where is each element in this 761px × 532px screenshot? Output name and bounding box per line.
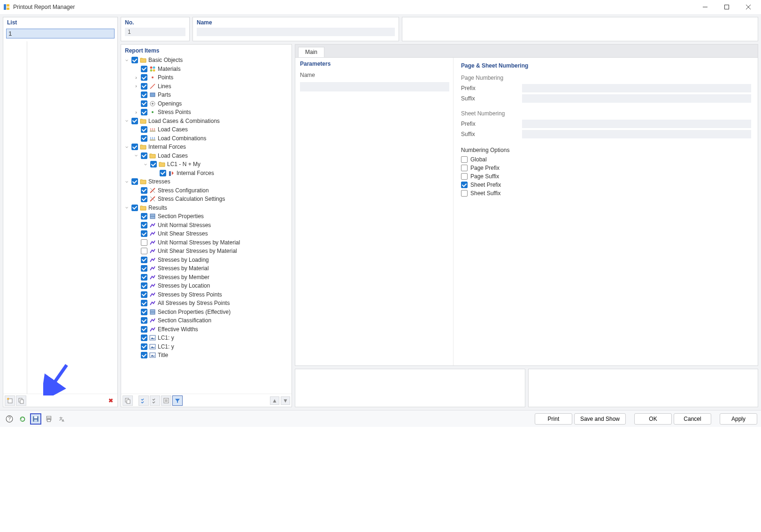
tree-row[interactable]: Parts [124,91,289,99]
expand-toggle[interactable] [133,309,139,315]
expand-toggle[interactable] [133,257,139,263]
expand-toggle[interactable] [133,136,139,141]
filter-button[interactable] [172,395,183,406]
expand-toggle[interactable] [133,344,139,350]
tree-row[interactable]: ⌵Load Cases & Combinations [124,117,289,126]
print-button[interactable]: Print [535,413,572,425]
list-toggle-button[interactable] [161,395,171,406]
expand-toggle[interactable] [133,352,139,358]
tree-checkbox[interactable] [141,343,147,350]
expand-toggle[interactable]: ⌵ [143,160,148,166]
tree-checkbox[interactable] [131,205,138,211]
expand-toggle[interactable]: › [133,84,139,89]
expand-toggle[interactable] [133,283,139,289]
expand-toggle[interactable] [133,213,139,219]
tree-row[interactable]: Effective Widths [124,325,289,334]
page-prefix-input[interactable] [522,84,751,92]
tree-row[interactable]: Section Properties (Effective) [124,308,289,317]
tab-main[interactable]: Main [298,47,324,57]
new-button[interactable] [5,395,15,406]
new-item-button[interactable] [123,395,133,406]
tree-checkbox[interactable] [141,74,147,81]
tree-checkbox[interactable] [141,309,147,315]
tree-checkbox[interactable] [141,91,147,98]
tree-checkbox[interactable] [141,300,147,306]
expand-toggle[interactable] [133,318,139,323]
tree-checkbox[interactable] [141,196,147,202]
tree-checkbox[interactable] [141,334,147,341]
tree-checkbox[interactable] [150,161,157,167]
tree-checkbox[interactable] [141,352,147,358]
tree-checkbox[interactable] [141,274,147,281]
tree-row[interactable]: ⌵Results [124,204,289,213]
expand-toggle[interactable]: ⌵ [124,56,130,62]
no-field[interactable] [125,28,185,36]
tree-checkbox[interactable] [141,317,147,324]
tree-checkbox[interactable] [141,326,147,333]
expand-toggle[interactable] [133,231,139,236]
tree-row[interactable]: Stress Configuration [124,186,289,195]
tree-row[interactable]: ›Lines [124,82,289,91]
tree-row[interactable]: Title [124,351,289,360]
tree-row[interactable]: Unit Normal Stresses by Material [124,238,289,247]
expand-toggle[interactable] [133,127,139,132]
tree-checkbox[interactable] [141,265,147,272]
expand-toggle[interactable] [133,266,139,271]
expand-toggle[interactable]: ⌵ [124,204,130,210]
tree-row[interactable]: Stress Calculation Settings [124,195,289,204]
expand-toggle[interactable] [133,335,139,341]
tree-row[interactable]: Section Properties [124,212,289,221]
tree-row[interactable]: Stresses by Stress Points [124,290,289,299]
tree-row[interactable]: Load Combinations [124,134,289,143]
minimize-button[interactable] [694,0,716,14]
tree-checkbox[interactable] [141,248,147,254]
tree-row[interactable]: ›Points [124,73,289,82]
expand-toggle[interactable] [133,196,139,202]
close-button[interactable] [738,0,759,14]
tree-checkbox[interactable] [141,257,147,263]
cancel-button[interactable]: Cancel [674,413,711,425]
tree-checkbox[interactable] [141,109,147,115]
tree-checkbox[interactable] [141,187,147,194]
tree-checkbox[interactable] [141,239,147,246]
tree-checkbox[interactable] [141,222,147,228]
expand-toggle[interactable] [133,240,139,245]
expand-toggle[interactable]: ⌵ [124,143,130,149]
tree-row[interactable]: Materials [124,65,289,74]
tree-row[interactable]: ⌵Basic Objects [124,56,289,65]
apply-button[interactable]: Apply [720,413,757,425]
tree-row[interactable]: ›Stress Points [124,108,289,117]
sheet-suffix-checkbox[interactable] [461,190,468,197]
tree-checkbox[interactable] [141,213,147,220]
tree-row[interactable]: Stresses by Member [124,273,289,282]
tree-checkbox[interactable] [141,126,147,133]
sheet-prefix-checkbox[interactable] [461,182,468,188]
sheet-suffix-input[interactable] [522,130,751,138]
tree-row[interactable]: LC1: y [124,342,289,351]
tree-row[interactable]: Stresses by Loading [124,256,289,265]
expand-toggle[interactable] [133,92,139,98]
print-setup-button[interactable] [43,413,54,425]
tree-checkbox[interactable] [141,152,147,159]
save-template-button[interactable] [30,413,41,425]
tree-row[interactable]: All Stresses by Stress Points [124,299,289,308]
expand-toggle[interactable] [133,292,139,297]
check-all-button[interactable] [138,395,149,406]
ok-button[interactable]: OK [634,413,672,425]
tree-checkbox[interactable] [141,291,147,298]
maximize-button[interactable] [716,0,738,14]
language-button[interactable] [56,413,68,425]
expand-toggle[interactable] [133,274,139,280]
tree-checkbox[interactable] [141,230,147,237]
tree-checkbox[interactable] [141,135,147,142]
expand-toggle[interactable] [133,101,139,106]
tree-row[interactable]: Stresses by Location [124,281,289,290]
tree-row[interactable]: Load Cases [124,125,289,134]
tree-checkbox[interactable] [131,144,138,150]
list-input[interactable] [6,29,115,38]
tree-row[interactable]: ⌵LC1 - N + My [124,160,289,169]
help-button[interactable] [4,413,15,425]
expand-toggle[interactable]: ⌵ [124,117,130,123]
expand-toggle[interactable] [133,327,139,332]
tree-row[interactable]: Openings [124,99,289,108]
